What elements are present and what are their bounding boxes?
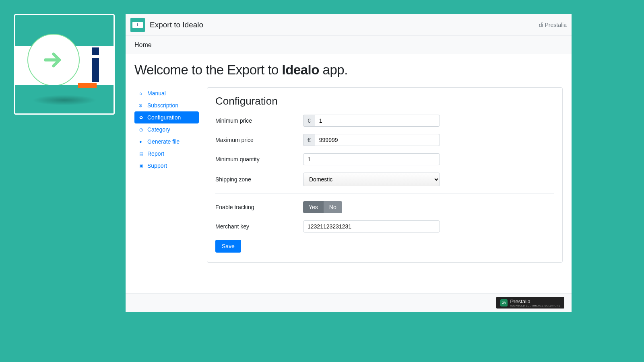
max-price-input[interactable] [315, 134, 440, 146]
toggle-yes-button[interactable]: Yes [303, 201, 324, 213]
label-max-price: Maximum price [215, 137, 303, 143]
sidebar-item-subscription[interactable]: $ Subscription [134, 99, 199, 111]
label-merchant-key: Merchant key [215, 223, 303, 230]
sidebar: ⌂ Manual $ Subscription ✿ Configuration … [134, 87, 199, 263]
configuration-panel: Configuration Minimum price € Maximum pr… [207, 87, 563, 263]
sidebar-item-label: Support [147, 162, 167, 169]
panel-title: Configuration [215, 95, 554, 107]
footer-brand[interactable]: 🛍 Prestalia ADVANCED ECOMMERCE SOLUTIONS [496, 297, 564, 309]
label-min-qty: Minimum quantity [215, 156, 303, 162]
sidebar-item-manual[interactable]: ⌂ Manual [134, 87, 199, 99]
sidebar-item-category[interactable]: ◷ Category [134, 123, 199, 136]
app-logo: i [130, 18, 145, 32]
app-title: Export to Idealo [150, 21, 203, 29]
sidebar-item-label: Subscription [147, 102, 178, 109]
currency-prefix: € [303, 115, 315, 127]
footer: 🛍 Prestalia ADVANCED ECOMMERCE SOLUTIONS [126, 293, 572, 312]
dollar-icon: $ [139, 103, 144, 108]
bag-icon: 🛍 [500, 299, 508, 306]
info-icon: ▣ [139, 163, 144, 169]
sidebar-item-label: Configuration [147, 114, 181, 121]
app-window: i Export to Idealo di Prestalia Home Wel… [126, 14, 572, 312]
tracking-toggle: Yes No [303, 201, 342, 213]
label-min-price: Minimum price [215, 117, 303, 124]
topbar: i Export to Idealo di Prestalia [126, 14, 572, 36]
sidebar-item-label: Manual [147, 90, 166, 97]
currency-prefix: € [303, 134, 315, 146]
sidebar-item-label: Report [147, 150, 164, 157]
sidebar-item-configuration[interactable]: ✿ Configuration [134, 111, 199, 123]
byline: di Prestalia [539, 22, 567, 28]
toggle-no-button[interactable]: No [324, 201, 342, 213]
save-button[interactable]: Save [215, 240, 241, 253]
page-title: Welcome to the Export to Idealo app. [134, 62, 563, 78]
divider [215, 193, 554, 194]
clock-icon: ◷ [139, 127, 144, 132]
play-icon: ● [139, 139, 144, 144]
sidebar-item-label: Generate file [147, 138, 180, 145]
sidebar-item-support[interactable]: ▣ Support [134, 160, 199, 172]
sidebar-item-label: Category [147, 126, 170, 133]
home-icon: ⌂ [139, 91, 144, 96]
label-shipping-zone: Shipping zone [215, 176, 303, 183]
breadcrumb[interactable]: Home [126, 36, 572, 54]
label-enable-tracking: Enable tracking [215, 204, 303, 210]
promo-logo [14, 14, 115, 115]
sidebar-item-report[interactable]: ▤ Report [134, 148, 199, 160]
sidebar-item-generate-file[interactable]: ● Generate file [134, 136, 199, 148]
gear-icon: ✿ [139, 115, 144, 120]
shipping-zone-select[interactable]: Domestic [303, 173, 440, 186]
min-price-input[interactable] [315, 115, 440, 127]
min-qty-input[interactable] [303, 153, 440, 165]
arrow-right-icon [39, 46, 68, 74]
breadcrumb-home[interactable]: Home [134, 41, 152, 49]
file-icon: ▤ [139, 151, 144, 156]
merchant-key-input[interactable] [303, 220, 440, 232]
